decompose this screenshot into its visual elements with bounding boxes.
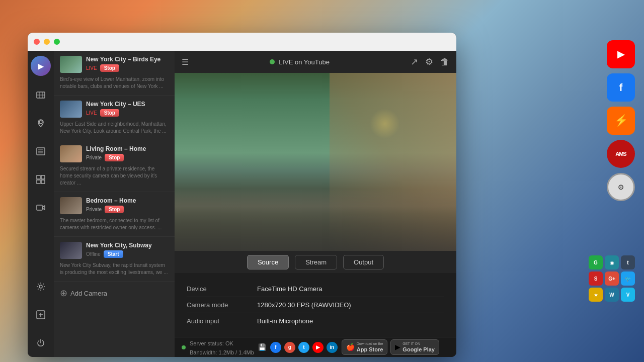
camera-item-header-1: New York City – UES LIVE Stop	[60, 101, 169, 118]
thunder-desktop-icon[interactable]: ⚡	[607, 107, 635, 135]
camera-info-2: Living Room – Home Private Stop	[86, 145, 169, 161]
mini-icons-row-1: G ◉ t	[589, 255, 635, 269]
camera-info-0: New York City – Birds Eye LIVE Stop	[86, 56, 169, 72]
camera-info-3: Bedroom – Home Private Stop	[86, 197, 169, 213]
mini-teal-icon[interactable]: ◉	[605, 255, 619, 269]
hdd-icon: 💾	[258, 343, 266, 351]
snagit-desktop-icon[interactable]: ⊙	[607, 173, 635, 201]
status-text-group: Server status: OK Bandwidth: 1.2Mb / 1.4…	[190, 338, 254, 356]
desktop-icons-panel: ▶ f ⚡ AMS ⊙	[607, 40, 635, 201]
grid-icon[interactable]	[32, 170, 50, 189]
trash-icon[interactable]: 🗑	[440, 57, 449, 67]
detail-row-device: Device FaceTime HD Camera	[187, 281, 444, 297]
add-camera-plus-icon: ⊕	[60, 288, 67, 299]
ams-desktop-icon[interactable]: AMS	[607, 140, 635, 168]
settings-icon[interactable]	[32, 278, 50, 296]
details-panel: Device FaceTime HD Camera Camera mode 12…	[175, 273, 456, 337]
google-play-text: GET IT ON Google Play	[403, 341, 435, 353]
camera-item-3[interactable]: Bedroom – Home Private Stop The master b…	[54, 192, 175, 237]
camera-thumb-1	[60, 101, 82, 118]
camera-stop-btn-0[interactable]: Stop	[100, 64, 119, 72]
apple-icon: 🍎	[346, 343, 355, 351]
list-icon[interactable]	[32, 142, 50, 160]
hamburger-icon[interactable]: ☰	[182, 57, 189, 67]
server-status-dot	[182, 345, 186, 349]
map-icon[interactable]	[32, 86, 50, 104]
sidebar-icons: ▶	[28, 51, 54, 357]
mini-vimeo-icon[interactable]: V	[621, 288, 635, 302]
mini-green-icon[interactable]: G	[589, 255, 603, 269]
mini-tumblr-icon[interactable]: t	[621, 255, 635, 269]
social-google-icon[interactable]: g	[284, 342, 295, 353]
camera-desc-1: Upper East Side and neighborhood, Manhat…	[60, 121, 169, 135]
power-icon[interactable]	[32, 334, 50, 352]
main-content: ☰ LIVE on YouTube ↗ ⚙ 🗑	[175, 51, 456, 357]
mini-red-icon[interactable]: S	[589, 272, 603, 286]
camera-thumb-4	[60, 242, 82, 259]
road-overlay	[175, 189, 456, 251]
camera-title-2: Living Room – Home	[86, 145, 169, 152]
mini-icons-panel: G ◉ t S G+ 🐦 ★ W V	[589, 255, 635, 302]
video-icon[interactable]	[32, 199, 50, 217]
camera-thumb-0	[60, 56, 82, 73]
camera-status-row-2: Private Stop	[86, 154, 169, 161]
camera-status-row-0: LIVE Stop	[86, 64, 169, 72]
camera-thumb-2	[60, 145, 82, 162]
camera-title-0: New York City – Birds Eye	[86, 56, 169, 63]
location-icon[interactable]	[32, 114, 50, 132]
bandwidth-text: Bandwidth: 1.2Mb / 1.4Mb	[190, 349, 254, 355]
mini-twitter-icon[interactable]: 🐦	[621, 272, 635, 286]
camera-status-2: Private	[86, 155, 102, 160]
camera-stop-btn-2[interactable]: Stop	[105, 154, 124, 161]
camera-desc-3: The master bedroom, connected to my list…	[60, 217, 169, 231]
social-icons: f g t ▶ in	[270, 342, 338, 353]
close-button[interactable]	[34, 39, 40, 45]
mini-wordpress-icon[interactable]: W	[605, 288, 619, 302]
camera-item-header-3: Bedroom – Home Private Stop	[60, 197, 169, 214]
camera-status-0: LIVE	[86, 65, 97, 71]
settings-icon[interactable]: ⚙	[425, 56, 433, 67]
share-icon[interactable]: ↗	[411, 56, 418, 67]
social-youtube-icon[interactable]: ▶	[312, 342, 324, 353]
minimize-button[interactable]	[44, 39, 50, 45]
social-linkedin-icon[interactable]: in	[327, 342, 338, 353]
camera-title-4: New York City, Subway	[86, 242, 169, 249]
camera-start-btn-4[interactable]: Start	[104, 250, 123, 258]
mini-yellow-icon[interactable]: ★	[589, 288, 603, 302]
detail-row-audio: Audio input Built-in Microphone	[187, 313, 444, 329]
add-camera-button[interactable]: ⊕ Add Camera	[54, 282, 175, 305]
light-overlay	[370, 109, 400, 139]
svg-rect-10	[37, 205, 42, 210]
youtube-desktop-icon[interactable]: ▶	[607, 40, 635, 68]
camera-item-1[interactable]: New York City – UES LIVE Stop Upper East…	[54, 96, 175, 140]
mini-gplus-icon[interactable]: G+	[605, 272, 619, 286]
camera-item-2[interactable]: Living Room – Home Private Stop Secured …	[54, 140, 175, 192]
svg-rect-6	[37, 175, 40, 179]
app-logo-icon[interactable]: ▶	[31, 56, 51, 76]
social-twitter-icon[interactable]: t	[298, 342, 309, 353]
tab-source[interactable]: Source	[247, 255, 289, 269]
svg-rect-7	[41, 175, 45, 179]
detail-value-device: FaceTime HD Camera	[257, 285, 323, 293]
camera-status-row-4: Offline Start	[86, 250, 169, 258]
social-facebook-icon[interactable]: f	[270, 342, 281, 353]
camera-item-0[interactable]: New York City – Birds Eye LIVE Stop Bird…	[54, 51, 175, 96]
app-store-text: Download on the App Store	[357, 341, 383, 353]
add-icon[interactable]	[32, 306, 50, 324]
svg-point-1	[39, 121, 42, 124]
tab-stream[interactable]: Stream	[295, 255, 337, 269]
app-store-badge[interactable]: 🍎 Download on the App Store	[342, 339, 388, 355]
app-body: ▶	[28, 51, 456, 357]
camera-item-header-2: Living Room – Home Private Stop	[60, 145, 169, 162]
google-play-badge[interactable]: ▶ GET IT ON Google Play	[390, 339, 439, 355]
camera-status-1: LIVE	[86, 110, 97, 116]
camera-item-4[interactable]: New York City, Subway Offline Start New …	[54, 237, 175, 282]
facebook-desktop-icon[interactable]: f	[607, 73, 635, 102]
svg-rect-8	[37, 180, 40, 184]
maximize-button[interactable]	[54, 39, 60, 45]
camera-stop-btn-1[interactable]: Stop	[100, 109, 119, 117]
camera-stop-btn-3[interactable]: Stop	[105, 206, 124, 213]
camera-list-panel: New York City – Birds Eye LIVE Stop Bird…	[54, 51, 175, 357]
camera-desc-4: New York City Subway, the rapid transit …	[60, 262, 169, 276]
tab-output[interactable]: Output	[343, 255, 384, 269]
